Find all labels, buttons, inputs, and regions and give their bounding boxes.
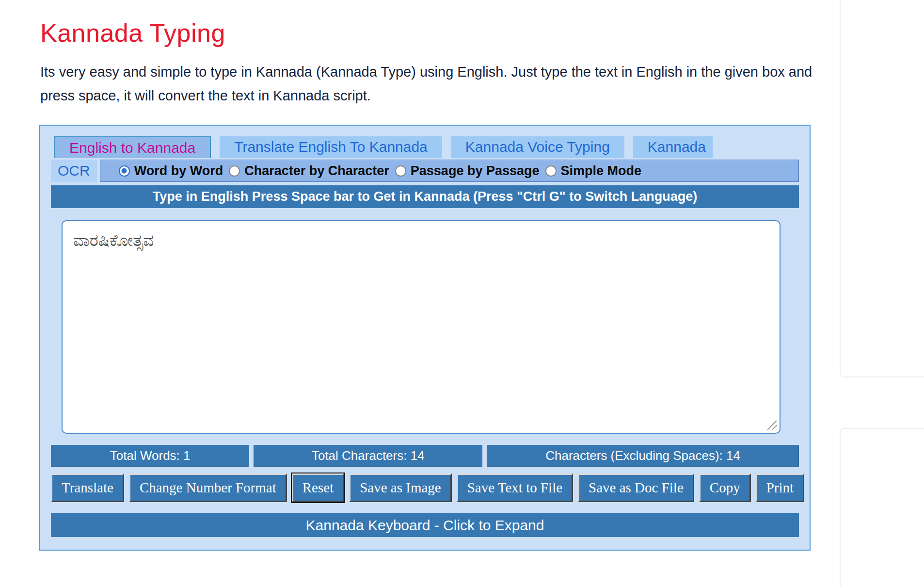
stat-total-characters: Total Characters: 14 [254, 445, 482, 467]
radio-checked-icon[interactable] [119, 165, 130, 177]
tab-kannada-ocr-part1[interactable]: Kannada [633, 136, 713, 158]
radio-unchecked-icon[interactable] [395, 165, 406, 177]
tab-english-to-kannada[interactable]: English to Kannada [54, 136, 211, 158]
tab-translate-english-to-kannada[interactable]: Translate English To Kannada [220, 136, 442, 158]
mode-word-by-word[interactable]: Word by Word [119, 163, 223, 179]
save-text-to-file-button[interactable]: Save Text to File [457, 473, 573, 502]
radio-unchecked-icon[interactable] [545, 165, 557, 177]
tab-kannada-voice-typing[interactable]: Kannada Voice Typing [451, 136, 624, 158]
mode-label: Passage by Passage [411, 163, 540, 179]
right-sidebar-card-top [840, 0, 924, 377]
action-buttons-row: Translate Change Number Format Reset Sav… [51, 473, 799, 502]
print-button[interactable]: Print [756, 473, 804, 502]
stats-row: Total Words: 1 Total Characters: 14 Char… [51, 445, 799, 467]
mode-passage-by-passage[interactable]: Passage by Passage [395, 163, 540, 179]
stat-characters-excluding-spaces: Characters (Excluding Spaces): 14 [487, 445, 799, 467]
main-content: Kannada Typing Its very easy and simple … [0, 0, 840, 551]
typed-kannada-text: ವಾರಷಿಕೋತ್ಸವ [73, 231, 154, 249]
typing-tool-panel: English to Kannada Translate English To … [39, 125, 811, 551]
reset-button[interactable]: Reset [292, 473, 344, 502]
mode-character-by-character[interactable]: Character by Character [229, 163, 389, 179]
tab-bar: English to Kannada Translate English To … [54, 136, 799, 158]
page-title: Kannada Typing [40, 18, 840, 48]
mode-label: Character by Character [244, 163, 389, 179]
copy-button[interactable]: Copy [699, 473, 751, 502]
page-description: Its very easy and simple to type in Kann… [40, 60, 816, 107]
save-as-doc-file-button[interactable]: Save as Doc File [578, 473, 694, 502]
mode-label: Simple Mode [561, 163, 642, 179]
right-sidebar-card-bottom [840, 428, 924, 587]
kannada-keyboard-expander[interactable]: Kannada Keyboard - Click to Expand [51, 513, 799, 537]
tab-bar-wrapped-line: OCR Word by Word Character by Character … [51, 160, 799, 182]
translate-button[interactable]: Translate [51, 473, 124, 502]
textarea-resize-grip-icon[interactable] [767, 421, 777, 430]
stat-total-words: Total Words: 1 [51, 445, 249, 467]
tab-kannada-ocr-part2[interactable]: OCR [51, 160, 97, 182]
typing-textarea[interactable]: ವಾರಷಿಕೋತ್ಸವ [62, 220, 781, 434]
mode-label: Word by Word [134, 163, 223, 179]
instruction-bar: Type in English Press Space bar to Get i… [51, 185, 799, 208]
radio-unchecked-icon[interactable] [229, 165, 240, 177]
save-as-image-button[interactable]: Save as Image [349, 473, 452, 502]
conversion-mode-bar: Word by Word Character by Character Pass… [100, 160, 799, 182]
mode-simple-mode[interactable]: Simple Mode [545, 163, 642, 179]
change-number-format-button[interactable]: Change Number Format [129, 473, 287, 502]
